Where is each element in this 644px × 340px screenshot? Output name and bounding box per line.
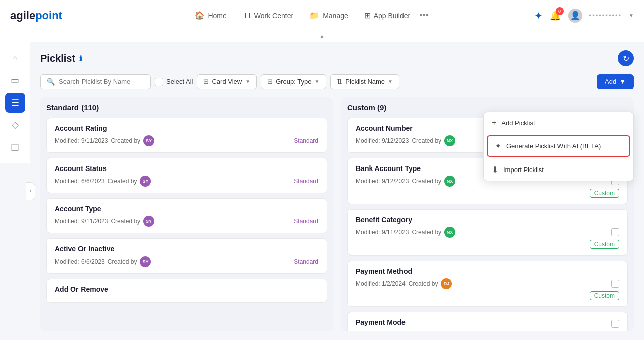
sidebar-item-home[interactable]: ⌂: [5, 48, 25, 68]
picklist-name-label: Picklist Name: [345, 78, 385, 86]
sidebar-item-picklist[interactable]: ☰: [5, 93, 25, 113]
sidebar-item-document[interactable]: ▭: [5, 70, 25, 91]
card-modified: Modified: 9/12/2023: [356, 137, 409, 144]
nav-right: ✦ 🔔 0 👤 •••••••••• ▼: [534, 9, 634, 23]
card-created-label: Created by: [108, 178, 137, 185]
avatar[interactable]: 👤: [568, 9, 582, 23]
add-button[interactable]: Add ▼: [597, 74, 634, 89]
info-icon[interactable]: ℹ: [79, 54, 82, 62]
sparkle-icon[interactable]: ✦: [534, 10, 543, 22]
card-view-icon: ⊞: [203, 78, 209, 86]
page-title: Picklist: [40, 53, 75, 64]
logo-agile: agile: [10, 9, 35, 22]
card-checkbox[interactable]: [611, 280, 619, 288]
card-meta: Modified: 9/11/2023 Created by SY Standa…: [55, 216, 318, 227]
card-title: Active Or Inactive: [55, 245, 318, 253]
picklist-name-button[interactable]: ⇅ Picklist Name ▼: [330, 74, 399, 89]
card-tag: Standard: [294, 178, 318, 185]
refresh-button[interactable]: ↻: [618, 50, 634, 66]
import-icon: ⬇: [492, 165, 498, 175]
sidebar-item-users[interactable]: ◫: [5, 137, 25, 157]
card-tag: Standard: [294, 258, 318, 265]
card-meta: Modified: 9/11/2023 Created by SY Standa…: [55, 135, 318, 146]
card-checkbox[interactable]: [611, 228, 619, 236]
avatar: SY: [140, 256, 151, 267]
nav-manage-label: Manage: [323, 12, 348, 20]
search-input[interactable]: [59, 78, 139, 86]
avatar: NX: [444, 135, 455, 146]
nav-items: 🏠 Home 🖥 Work Center 📁 Manage ⊞ App Buil…: [83, 7, 534, 24]
main-layout: ⌂ ▭ ☰ ◇ ◫ › Picklist ℹ ↻ 🔍 Select All: [0, 42, 644, 339]
list-item[interactable]: Active Or Inactive Modified: 6/6/2023 Cr…: [46, 238, 327, 274]
import-picklist-item[interactable]: ⬇ Import Picklist: [484, 159, 633, 181]
list-item[interactable]: Payment Method Modified: 1/2/2024 Create…: [347, 261, 628, 307]
avatar: DJ: [441, 278, 452, 289]
picklist-name-chevron: ▼: [388, 79, 393, 84]
generate-ai-label: Generate Picklist With AI (BETA): [506, 142, 601, 150]
group-icon: ⊟: [267, 78, 273, 86]
generate-ai-item[interactable]: ✦ Generate Picklist With AI (BETA): [487, 135, 630, 157]
custom-column-header: Custom (9): [347, 103, 628, 112]
list-item[interactable]: Payment Mode: [347, 312, 628, 331]
card-modified: Modified: 9/12/2023: [356, 178, 409, 185]
list-item[interactable]: Account Status Modified: 6/6/2023 Create…: [46, 158, 327, 193]
top-navigation: agilepoint 🏠 Home 🖥 Work Center 📁 Manage…: [0, 0, 644, 31]
card-tag: Standard: [294, 137, 318, 144]
standard-column-header: Standard (110): [46, 103, 327, 112]
nav-home[interactable]: 🏠 Home: [188, 7, 233, 24]
select-all-control[interactable]: Select All: [155, 78, 193, 86]
list-item[interactable]: Account Type Modified: 9/11/2023 Created…: [46, 198, 327, 233]
card-meta: Modified: 6/6/2023 Created by SY Standar…: [55, 176, 318, 187]
avatar: SY: [143, 216, 154, 227]
search-icon: 🔍: [47, 78, 55, 86]
username-label: ••••••••••: [589, 12, 622, 19]
toolbar: 🔍 Select All ⊞ Card View ▼ ⊟ Group: Type…: [40, 74, 634, 89]
card-modified: Modified: 9/11/2023: [356, 229, 409, 236]
nav-more-button[interactable]: •••: [419, 10, 429, 21]
notifications-button[interactable]: 🔔 0: [550, 10, 561, 21]
select-all-checkbox[interactable]: [155, 78, 163, 86]
search-box[interactable]: 🔍: [40, 74, 151, 89]
card-meta: Modified: 1/2/2024 Created by DJ: [356, 278, 619, 289]
card-tag: Standard: [294, 218, 318, 225]
card-checkbox[interactable]: [611, 320, 619, 328]
select-all-label: Select All: [166, 78, 193, 86]
group-type-button[interactable]: ⊟ Group: Type ▼: [261, 74, 326, 89]
card-title: Benefit Category: [356, 216, 619, 224]
list-item[interactable]: Add Or Remove: [46, 279, 327, 303]
avatar: SY: [140, 176, 151, 187]
sidebar-item-shield[interactable]: ◇: [5, 115, 25, 135]
card-view-button[interactable]: ⊞ Card View ▼: [197, 74, 257, 89]
card-created-label: Created by: [412, 229, 441, 236]
card-title: Account Type: [55, 205, 318, 213]
collapse-arrow-icon: ▲: [319, 34, 325, 39]
card-title: Account Rating: [55, 124, 318, 132]
card-meta: Modified: 9/11/2023 Created by NX: [356, 227, 619, 238]
add-dropdown-menu: + Add Picklist ✦ Generate Picklist With …: [483, 112, 634, 181]
add-picklist-item[interactable]: + Add Picklist: [484, 112, 633, 133]
collapse-bar[interactable]: ▲: [0, 31, 644, 42]
appbuilder-icon: ⊞: [364, 11, 371, 20]
ai-icon: ✦: [495, 141, 501, 151]
add-chevron-icon: ▼: [619, 78, 626, 86]
sort-icon: ⇅: [337, 78, 342, 86]
card-modified: Modified: 6/6/2023: [55, 178, 105, 185]
nav-workcenter[interactable]: 🖥 Work Center: [236, 7, 300, 24]
card-tag: Custom: [590, 189, 619, 198]
card-created-label: Created by: [412, 137, 441, 144]
content-area: Picklist ℹ ↻ 🔍 Select All ⊞ Card View ▼ …: [30, 42, 644, 339]
logo-point: point: [35, 9, 62, 22]
card-title: Payment Mode: [356, 318, 406, 326]
logo[interactable]: agilepoint: [10, 9, 62, 22]
page-header: Picklist ℹ ↻: [40, 50, 634, 66]
list-item[interactable]: Benefit Category Modified: 9/11/2023 Cre…: [347, 209, 628, 256]
user-menu-chevron[interactable]: ▼: [629, 13, 634, 18]
card-title: Account Status: [55, 164, 318, 173]
standard-column: Standard (110) Account Rating Modified: …: [40, 97, 333, 331]
card-meta: Modified: 6/6/2023 Created by SY Standar…: [55, 256, 318, 267]
card-modified: Modified: 9/11/2023: [55, 218, 108, 225]
card-modified: Modified: 6/6/2023: [55, 258, 105, 265]
list-item[interactable]: Account Rating Modified: 9/11/2023 Creat…: [46, 118, 327, 153]
nav-manage[interactable]: 📁 Manage: [302, 7, 355, 24]
nav-appbuilder[interactable]: ⊞ App Builder: [357, 7, 417, 24]
